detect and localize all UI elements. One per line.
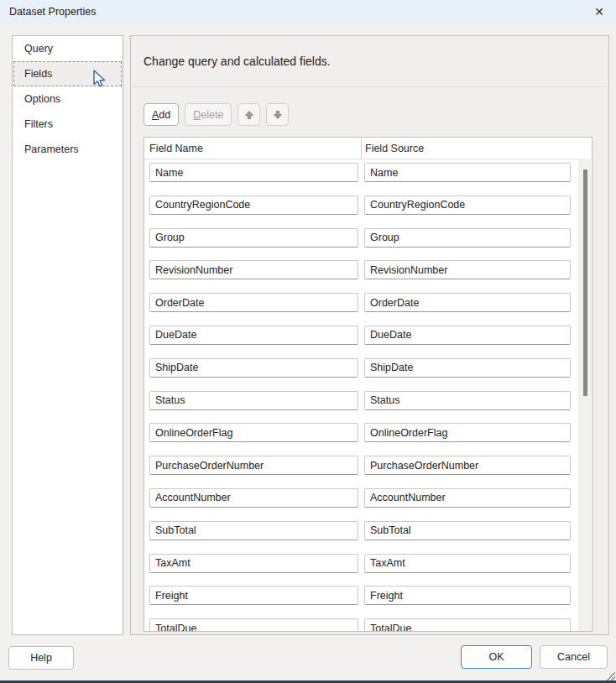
- sidebar: Query Fields Options Filters Parameters: [12, 35, 123, 635]
- table-row: [149, 521, 592, 540]
- field-rows: [144, 159, 592, 632]
- page-title: Change query and calculated fields.: [131, 36, 608, 87]
- field-source-input[interactable]: [364, 163, 571, 182]
- sidebar-item-parameters[interactable]: Parameters: [13, 137, 122, 162]
- ok-button[interactable]: OK: [461, 645, 532, 669]
- table-row: [149, 456, 592, 475]
- field-name-input[interactable]: [149, 554, 358, 573]
- field-source-input[interactable]: [364, 293, 571, 312]
- column-header-field-name: Field Name: [149, 143, 203, 154]
- table-row: [149, 196, 592, 215]
- arrow-up-icon: [244, 110, 254, 120]
- vertical-scrollbar[interactable]: [578, 159, 591, 632]
- sidebar-item-filters[interactable]: Filters: [13, 112, 122, 137]
- field-name-input[interactable]: [149, 488, 358, 508]
- field-source-input[interactable]: [364, 260, 571, 279]
- delete-button-label: Delete: [193, 109, 223, 121]
- add-button-label: Add: [152, 109, 170, 121]
- column-divider: [361, 138, 362, 159]
- delete-button[interactable]: Delete: [185, 103, 232, 126]
- sidebar-item-fields[interactable]: Fields: [13, 61, 122, 86]
- field-name-input[interactable]: [149, 260, 358, 279]
- field-name-input[interactable]: [149, 391, 358, 410]
- title-bar: Dataset Properties ✕: [0, 0, 616, 23]
- sidebar-item-query[interactable]: Query: [13, 36, 122, 61]
- field-source-input[interactable]: [364, 391, 571, 410]
- table-row: [149, 391, 592, 410]
- field-source-input[interactable]: [364, 196, 571, 215]
- move-up-button[interactable]: [238, 103, 260, 126]
- arrow-down-icon: [273, 110, 283, 120]
- field-name-input[interactable]: [149, 358, 358, 378]
- scrollbar-thumb[interactable]: [583, 169, 587, 396]
- table-row: [149, 618, 592, 632]
- cancel-button[interactable]: Cancel: [540, 645, 608, 669]
- window-title: Dataset Properties: [9, 6, 97, 18]
- table-row: [149, 228, 592, 248]
- table-row: [149, 163, 592, 182]
- table-row: [149, 586, 592, 605]
- field-source-input[interactable]: [364, 554, 571, 573]
- move-down-button[interactable]: [266, 103, 289, 126]
- add-button[interactable]: Add: [144, 103, 179, 126]
- field-name-input[interactable]: [149, 586, 358, 605]
- table-row: [149, 423, 592, 442]
- fields-panel: Change query and calculated fields. Add …: [130, 35, 609, 635]
- field-source-input[interactable]: [364, 456, 571, 475]
- field-name-input[interactable]: [149, 326, 358, 345]
- table-row: [149, 293, 592, 312]
- field-source-input[interactable]: [364, 618, 571, 632]
- table-row: [149, 326, 592, 345]
- fields-toolbar: Add Delete: [144, 103, 289, 126]
- field-source-input[interactable]: [364, 228, 571, 248]
- help-button[interactable]: Help: [8, 646, 74, 670]
- field-source-input[interactable]: [364, 521, 571, 540]
- field-name-input[interactable]: [149, 293, 358, 312]
- field-source-input[interactable]: [364, 488, 571, 508]
- fields-table-header: Field Name Field Source: [144, 138, 592, 159]
- field-name-input[interactable]: [149, 521, 358, 540]
- field-name-input[interactable]: [149, 163, 358, 182]
- fields-table: Field Name Field Source: [144, 137, 593, 632]
- field-source-input[interactable]: [364, 358, 571, 378]
- column-header-field-source: Field Source: [365, 143, 424, 154]
- field-source-input[interactable]: [364, 586, 571, 605]
- dataset-properties-dialog: Dataset Properties ✕ Query Fields Option…: [0, 0, 616, 683]
- table-row: [149, 358, 592, 378]
- field-name-input[interactable]: [149, 228, 358, 248]
- field-name-input[interactable]: [149, 618, 358, 632]
- close-icon[interactable]: ✕: [587, 1, 611, 22]
- field-source-input[interactable]: [364, 423, 571, 442]
- table-row: [149, 554, 592, 573]
- table-row: [149, 260, 592, 279]
- field-source-input[interactable]: [364, 326, 571, 345]
- resize-grip[interactable]: [607, 672, 615, 680]
- table-row: [149, 488, 592, 508]
- field-name-input[interactable]: [149, 423, 358, 442]
- field-name-input[interactable]: [149, 196, 358, 215]
- field-name-input[interactable]: [149, 456, 358, 475]
- sidebar-item-options[interactable]: Options: [13, 86, 122, 112]
